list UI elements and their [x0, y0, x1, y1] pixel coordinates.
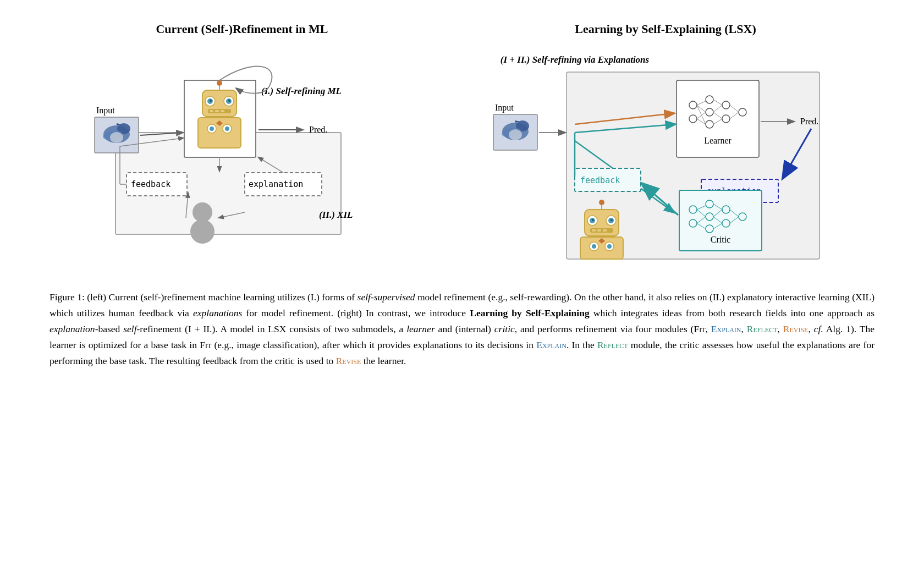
- svg-point-7: [110, 132, 123, 143]
- critic-label: Critic: [711, 235, 730, 244]
- caption-revise2: Revise: [336, 355, 361, 366]
- caption-reflect2: Reflect: [597, 339, 628, 350]
- xil-label: (II.) XIL: [319, 210, 353, 220]
- caption-text6: -refinement (I + II.). A model in LSX co…: [137, 323, 407, 334]
- svg-point-11: [217, 80, 222, 86]
- svg-point-110: [607, 244, 612, 249]
- left-svg: (I.) Self-refining ML Input: [82, 47, 402, 251]
- caption-learning-bold: Learning by Self-Explaining: [470, 307, 589, 318]
- svg-point-32: [193, 202, 212, 222]
- feedback-label-right: feedback: [580, 175, 620, 185]
- svg-rect-20: [215, 110, 219, 112]
- svg-point-16: [210, 100, 212, 102]
- caption-critic-italic: critic: [494, 323, 515, 334]
- left-input-label: Input: [96, 106, 115, 116]
- feedback-label-left: feedback: [131, 179, 170, 189]
- caption-cf: cf.: [814, 323, 823, 334]
- svg-point-95: [599, 200, 604, 205]
- svg-rect-103: [592, 229, 596, 232]
- svg-point-46: [509, 129, 522, 140]
- caption-text8: , and performs refinement via four modul…: [515, 323, 694, 334]
- caption-text4: which integrates ideas from both researc…: [590, 307, 875, 318]
- caption-self-supervised: self-supervised: [358, 292, 415, 302]
- pred-label-left: Pred.: [309, 125, 327, 134]
- caption-revise: Revise: [783, 323, 809, 334]
- right-input-label: Input: [495, 103, 514, 113]
- figure-label: Figure 1:: [50, 292, 85, 302]
- svg-rect-104: [597, 229, 601, 232]
- right-title: Learning by Self-Explaining (LSX): [575, 22, 756, 36]
- svg-point-26: [225, 127, 229, 131]
- learner-label: Learner: [704, 136, 732, 145]
- svg-rect-105: [603, 229, 607, 232]
- caption-text14: (e.g., image classification), after whic…: [211, 339, 536, 350]
- caption-explanation-italic: explanation: [50, 323, 95, 334]
- caption-learner-italic: learner: [406, 323, 435, 334]
- caption-text3: for model refinement. (right) In contras…: [242, 307, 470, 318]
- caption-text15: . In the: [566, 339, 597, 350]
- caption-explain: Explain: [711, 323, 741, 334]
- caption-self-italic: self: [123, 323, 136, 334]
- svg-rect-19: [210, 110, 213, 112]
- left-diagram: Current (Self-)Refinement in ML (I.) Sel…: [55, 22, 429, 251]
- caption-fit: Fit: [694, 323, 705, 334]
- caption-text17: the learner.: [361, 355, 406, 366]
- caption-text11: ,: [777, 323, 783, 334]
- diagrams-row: Current (Self-)Refinement in ML (I.) Sel…: [44, 22, 880, 273]
- svg-rect-21: [221, 110, 224, 112]
- caption-text10: ,: [741, 323, 747, 334]
- caption-fit2: Fit: [200, 339, 211, 350]
- explanation-label-left: explanation: [249, 179, 303, 189]
- caption-text7: and (internal): [435, 323, 494, 334]
- caption-text9: ,: [706, 323, 711, 334]
- svg-point-25: [210, 127, 214, 131]
- pred-label-right: Pred.: [800, 117, 818, 126]
- caption-explain2: Explain: [536, 339, 566, 350]
- svg-point-109: [592, 244, 596, 249]
- left-title: Current (Self-)Refinement in ML: [156, 22, 328, 36]
- svg-point-100: [592, 219, 594, 221]
- caption-text1: (left) Current (self-)refinement machine…: [87, 292, 357, 302]
- caption-text5: -based: [95, 323, 124, 334]
- figure-caption: Figure 1: (left) Current (self-)refineme…: [50, 289, 875, 369]
- svg-point-17: [228, 100, 230, 102]
- right-subtitle-label: (I + II.) Self-refining via Explanations: [501, 54, 650, 65]
- right-diagram: Learning by Self-Explaining (LSX): [462, 22, 869, 273]
- caption-reflect: Reflect: [747, 323, 778, 334]
- svg-point-33: [190, 219, 215, 244]
- right-svg: (I + II.) Self-refining via Explanations…: [465, 47, 866, 273]
- main-container: Current (Self-)Refinement in ML (I.) Sel…: [44, 22, 880, 369]
- svg-point-101: [610, 219, 613, 221]
- caption-text12: ,: [808, 323, 813, 334]
- self-refining-label: (I.) Self-refining ML: [261, 86, 342, 96]
- caption-explanations: explanations: [193, 307, 242, 318]
